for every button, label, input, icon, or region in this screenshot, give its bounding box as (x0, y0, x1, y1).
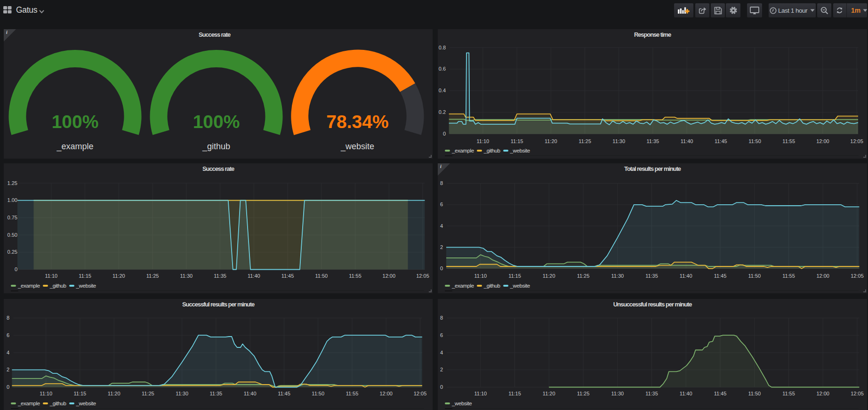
svg-text:11:45: 11:45 (278, 391, 290, 396)
svg-text:0: 0 (15, 266, 17, 272)
svg-text:12:05: 12:05 (850, 138, 863, 144)
svg-text:12:00: 12:00 (816, 273, 829, 279)
svg-text:11:30: 11:30 (176, 391, 188, 396)
svg-text:11:35: 11:35 (645, 273, 658, 279)
svg-text:1.00: 1.00 (8, 197, 17, 203)
svg-text:11:10: 11:10 (477, 138, 490, 144)
svg-text:11:30: 11:30 (611, 391, 624, 396)
svg-text:12:00: 12:00 (383, 273, 396, 279)
svg-text:8: 8 (7, 315, 9, 321)
svg-text:0: 0 (443, 131, 446, 137)
svg-text:11:15: 11:15 (74, 391, 87, 396)
svg-text:11:15: 11:15 (511, 138, 523, 144)
svg-text:11:55: 11:55 (782, 391, 795, 396)
svg-text:11:25: 11:25 (577, 391, 590, 396)
svg-text:11:45: 11:45 (281, 273, 294, 279)
svg-text:12:05: 12:05 (414, 391, 427, 396)
svg-text:12:00: 12:00 (816, 138, 829, 144)
svg-text:0.6: 0.6 (439, 66, 446, 72)
svg-text:11:40: 11:40 (680, 273, 692, 279)
svg-text:11:30: 11:30 (612, 138, 625, 144)
svg-text:11:50: 11:50 (748, 138, 761, 144)
svg-text:2: 2 (440, 244, 443, 250)
svg-text:11:35: 11:35 (645, 391, 658, 396)
svg-text:6: 6 (7, 332, 9, 338)
svg-text:11:25: 11:25 (579, 138, 591, 144)
svg-text:0.50: 0.50 (8, 232, 17, 238)
svg-text:4: 4 (440, 223, 443, 229)
svg-text:2: 2 (440, 367, 443, 372)
svg-text:11:45: 11:45 (714, 391, 727, 396)
svg-text:0: 0 (7, 384, 9, 390)
svg-text:11:30: 11:30 (611, 273, 624, 279)
svg-text:0.8: 0.8 (439, 45, 446, 50)
svg-text:11:10: 11:10 (40, 391, 52, 396)
svg-text:8: 8 (440, 315, 443, 321)
svg-text:11:40: 11:40 (680, 391, 692, 396)
svg-text:11:10: 11:10 (474, 273, 487, 279)
svg-text:1.25: 1.25 (8, 180, 17, 186)
svg-text:11:20: 11:20 (543, 273, 555, 279)
svg-text:0.2: 0.2 (439, 109, 446, 115)
svg-text:78.34%: 78.34% (326, 112, 388, 132)
svg-text:6: 6 (440, 332, 443, 338)
svg-text:12:00: 12:00 (816, 391, 829, 396)
svg-text:0: 0 (440, 384, 443, 390)
svg-text:11:55: 11:55 (349, 273, 362, 279)
svg-text:11:20: 11:20 (108, 391, 121, 396)
svg-text:11:40: 11:40 (248, 273, 260, 279)
svg-text:100%: 100% (52, 112, 99, 132)
svg-text:_website: _website (340, 142, 374, 152)
svg-text:11:45: 11:45 (715, 138, 727, 144)
svg-text:11:50: 11:50 (748, 273, 761, 279)
svg-text:8: 8 (440, 180, 443, 186)
svg-text:12:05: 12:05 (416, 273, 429, 279)
svg-text:11:30: 11:30 (180, 273, 193, 279)
svg-text:11:55: 11:55 (782, 273, 795, 279)
svg-text:11:20: 11:20 (543, 391, 555, 396)
svg-text:11:25: 11:25 (577, 273, 590, 279)
svg-text:11:10: 11:10 (45, 273, 57, 279)
svg-text:0.4: 0.4 (439, 88, 446, 93)
svg-text:11:55: 11:55 (346, 391, 359, 396)
svg-text:11:15: 11:15 (508, 273, 521, 279)
svg-text:11:35: 11:35 (210, 391, 223, 396)
svg-text:11:10: 11:10 (474, 391, 487, 396)
svg-text:100%: 100% (193, 112, 240, 132)
svg-text:11:55: 11:55 (782, 138, 795, 144)
svg-text:6: 6 (440, 201, 443, 207)
svg-text:0: 0 (440, 265, 443, 271)
svg-text:11:20: 11:20 (113, 273, 125, 279)
svg-text:0.75: 0.75 (8, 215, 17, 220)
svg-text:11:35: 11:35 (647, 138, 659, 144)
svg-text:11:15: 11:15 (508, 391, 521, 396)
svg-text:11:20: 11:20 (545, 138, 557, 144)
svg-text:_github: _github (202, 142, 230, 152)
svg-text:11:15: 11:15 (79, 273, 91, 279)
svg-text:11:50: 11:50 (315, 273, 328, 279)
svg-text:4: 4 (440, 350, 443, 355)
svg-text:11:40: 11:40 (244, 391, 257, 396)
svg-text:11:25: 11:25 (146, 273, 159, 279)
svg-text:12:05: 12:05 (851, 391, 864, 396)
svg-text:0.25: 0.25 (8, 249, 17, 255)
svg-text:11:50: 11:50 (312, 391, 324, 396)
svg-text:11:45: 11:45 (714, 273, 727, 279)
svg-text:11:40: 11:40 (681, 138, 693, 144)
svg-text:11:35: 11:35 (214, 273, 226, 279)
svg-text:4: 4 (7, 350, 9, 355)
svg-text:11:50: 11:50 (748, 391, 761, 396)
svg-text:_example: _example (56, 142, 93, 152)
svg-text:12:00: 12:00 (379, 391, 393, 396)
svg-text:11:25: 11:25 (142, 391, 154, 396)
svg-text:12:05: 12:05 (851, 273, 864, 279)
svg-text:2: 2 (7, 367, 9, 372)
